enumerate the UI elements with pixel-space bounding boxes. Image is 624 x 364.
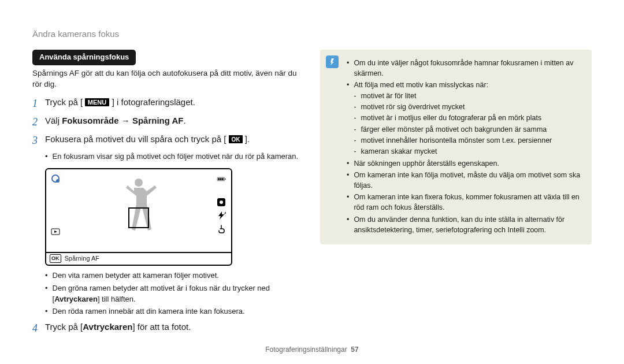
columns: Använda spårningsfokus Spårnings AF gör … bbox=[32, 50, 592, 340]
note-subitem: motivet innehåller horisontella mönster … bbox=[361, 135, 552, 146]
footer-section: Fotograferingsinställningar bbox=[265, 346, 347, 354]
section-pill: Använda spårningsfokus bbox=[32, 50, 136, 65]
touch-icon bbox=[217, 224, 226, 233]
note-item: Om kameran inte kan följa motivet, måste… bbox=[354, 170, 584, 191]
step-number: 3 bbox=[32, 133, 45, 148]
step3-text-a: Fokusera på motivet du vill spåra och tr… bbox=[45, 134, 226, 144]
svg-text:OK: OK bbox=[231, 136, 240, 143]
note-subitem: motivet är i motljus eller du fotografer… bbox=[361, 113, 542, 123]
step4-bold: Avtryckaren bbox=[83, 322, 132, 332]
frame-note-red: Den röda ramen innebär att din kamera in… bbox=[45, 306, 304, 317]
note-subitem: kameran skakar mycket bbox=[361, 146, 437, 157]
svg-rect-9 bbox=[218, 178, 220, 180]
right-column: Om du inte väljer något fokusområde hamn… bbox=[320, 50, 592, 340]
screen-left-icons bbox=[49, 172, 64, 262]
frame-note-green: Den gröna ramen betyder att motivet är i… bbox=[45, 283, 304, 305]
step-3: 3 Fokusera på motivet du vill spåra och … bbox=[32, 133, 304, 148]
note-item: Om du inte väljer något fokusområde hamn… bbox=[354, 58, 584, 79]
note-subitem: motivet är för litet bbox=[361, 91, 417, 101]
menu-icon: MENU bbox=[85, 97, 109, 110]
frame-note-white: Den vita ramen betyder att kameran följe… bbox=[45, 270, 304, 281]
svg-point-5 bbox=[56, 179, 60, 183]
step1-text-a: Tryck på [ bbox=[45, 97, 83, 107]
step4-text-b: ] för att ta fotot. bbox=[132, 322, 191, 332]
screen-right-icons: A bbox=[214, 172, 229, 262]
note-item: När sökningen upphör återställs egenskap… bbox=[354, 158, 584, 169]
ok-badge-icon: OK bbox=[50, 254, 61, 263]
step-1: 1 Tryck på [ MENU ] i fotograferingsläge… bbox=[32, 96, 304, 111]
screen-caption-text: Spårning AF bbox=[65, 254, 100, 263]
step2-text-a: Välj bbox=[45, 116, 62, 125]
intro-text: Spårnings AF gör att du kan följa och au… bbox=[32, 68, 304, 90]
focus-frame bbox=[128, 207, 149, 228]
playback-icon bbox=[51, 227, 60, 236]
step-4: 4 Tryck på [Avtryckaren] för att ta foto… bbox=[32, 321, 304, 336]
step-number: 4 bbox=[32, 321, 45, 336]
step2-bold: Fokusområde → Spårning AF bbox=[62, 116, 183, 125]
svg-rect-11 bbox=[222, 178, 224, 180]
note-subitem: färger eller mönster på motivet och bakg… bbox=[361, 124, 547, 135]
camera-screen-illustration: A OK Spårning AF bbox=[45, 168, 304, 266]
page-number: 57 bbox=[351, 346, 358, 354]
step4-text-a: Tryck på [ bbox=[45, 322, 83, 332]
screen-caption-bar: OK Spårning AF bbox=[46, 252, 231, 265]
flash-icon: A bbox=[217, 211, 226, 220]
battery-icon bbox=[217, 174, 226, 184]
note-item: Att följa med ett motiv kan misslyckas n… bbox=[354, 81, 488, 89]
step3-text-b: ]. bbox=[245, 134, 250, 144]
note-icon bbox=[326, 55, 339, 68]
note-item: Om kameran inte kan fixera fokus, kommer… bbox=[354, 192, 584, 213]
mode-badge-icon bbox=[217, 198, 226, 207]
manual-page: Ändra kamerans fokus Använda spårningsfo… bbox=[0, 0, 624, 364]
step2-text-c: . bbox=[184, 116, 186, 125]
note-item: Om du använder denna funktion, kan du in… bbox=[354, 214, 584, 235]
ok-icon: OK bbox=[229, 134, 243, 147]
svg-rect-8 bbox=[225, 179, 225, 180]
info-note-box: Om du inte väljer något fokusområde hamn… bbox=[320, 50, 592, 244]
step1-text-b: ] i fotograferingsläget. bbox=[112, 97, 195, 107]
svg-text:A: A bbox=[224, 211, 226, 215]
step-2: 2 Välj Fokusområde → Spårning AF. bbox=[32, 114, 304, 129]
breadcrumb: Ändra kamerans fokus bbox=[32, 28, 592, 40]
note-subitem: motivet rör sig överdrivet mycket bbox=[361, 102, 465, 112]
mode-icon bbox=[51, 174, 60, 183]
page-footer: Fotograferingsinställningar 57 bbox=[0, 345, 624, 355]
screen-frame: A OK Spårning AF bbox=[45, 168, 232, 266]
svg-point-13 bbox=[220, 200, 223, 204]
svg-text:MENU: MENU bbox=[88, 99, 106, 106]
step3-subnote: En fokusram visar sig på motivet och föl… bbox=[45, 151, 304, 162]
step-number: 2 bbox=[32, 114, 45, 129]
svg-rect-10 bbox=[220, 178, 222, 180]
step-number: 1 bbox=[32, 96, 45, 111]
left-column: Använda spårningsfokus Spårnings AF gör … bbox=[32, 50, 304, 340]
